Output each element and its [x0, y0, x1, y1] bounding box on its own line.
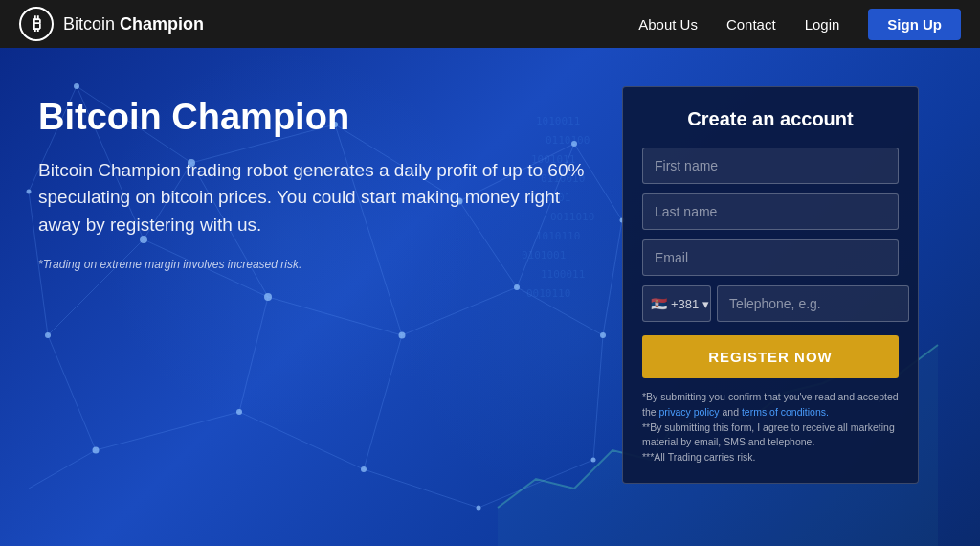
- brand-logo: ₿ Bitcoin Champion: [19, 7, 204, 41]
- nav-contact[interactable]: Contact: [726, 16, 776, 33]
- signup-button[interactable]: Sign Up: [868, 9, 961, 40]
- svg-point-36: [264, 293, 272, 301]
- phone-country-selector[interactable]: 🇷🇸 +381 ▾: [642, 285, 711, 322]
- country-flag: 🇷🇸: [651, 296, 667, 311]
- privacy-policy-link[interactable]: privacy policy: [659, 406, 720, 418]
- svg-point-46: [591, 458, 596, 463]
- hero-title: Bitcoin Champion: [38, 96, 593, 140]
- navbar: ₿ Bitcoin Champion About Us Contact Logi…: [0, 0, 980, 48]
- brand-name: Bitcoin Champion: [63, 14, 204, 34]
- svg-point-38: [514, 284, 520, 290]
- svg-point-47: [27, 190, 32, 194]
- nav-login[interactable]: Login: [805, 16, 840, 33]
- svg-text:0010110: 0010110: [526, 287, 570, 300]
- svg-point-43: [600, 332, 606, 338]
- svg-line-29: [29, 450, 96, 489]
- svg-point-45: [477, 506, 481, 511]
- hero-description: Bitcoin Champion trading robot generates…: [38, 157, 593, 239]
- svg-line-24: [364, 469, 479, 508]
- bitcoin-symbol: ₿: [33, 14, 41, 34]
- brand-name-bold: Champion: [120, 14, 204, 34]
- fine-print: *By submitting you confirm that you've r…: [642, 390, 899, 466]
- fine-print-2: **By submitting this form, I agree to re…: [642, 421, 895, 448]
- country-code: +381: [671, 297, 699, 311]
- fine-print-3: ***All Trading carries risk.: [642, 451, 755, 463]
- phone-row: 🇷🇸 +381 ▾: [642, 285, 899, 322]
- hero-section: 1010011 0110100 1001011 0110010 1100101 …: [0, 48, 980, 546]
- nav-about-us[interactable]: About Us: [638, 16, 698, 33]
- hero-content: Bitcoin Champion Bitcoin Champion tradin…: [38, 86, 593, 271]
- email-input[interactable]: [642, 239, 899, 276]
- phone-input[interactable]: [717, 285, 909, 322]
- svg-point-41: [236, 409, 242, 415]
- last-name-input[interactable]: [642, 193, 899, 230]
- and-text: and: [720, 406, 742, 418]
- register-button[interactable]: REGISTER NOW: [642, 335, 899, 378]
- svg-line-15: [96, 412, 239, 450]
- bitcoin-icon: ₿: [19, 7, 54, 41]
- svg-point-37: [399, 332, 406, 339]
- register-title: Create an account: [642, 108, 899, 130]
- nav-links: About Us Contact Login Sign Up: [638, 9, 961, 40]
- svg-point-42: [361, 466, 367, 472]
- register-card: Create an account 🇷🇸 +381 ▾ REGISTER NOW…: [622, 86, 919, 484]
- hero-disclaimer: *Trading on extreme margin involves incr…: [38, 258, 593, 271]
- svg-point-40: [93, 447, 100, 454]
- svg-point-39: [45, 332, 51, 338]
- terms-link[interactable]: terms of conditions.: [742, 406, 829, 418]
- dropdown-arrow: ▾: [702, 297, 709, 311]
- first-name-input[interactable]: [642, 148, 899, 184]
- brand-name-normal: Bitcoin: [63, 14, 120, 34]
- svg-line-14: [48, 335, 96, 450]
